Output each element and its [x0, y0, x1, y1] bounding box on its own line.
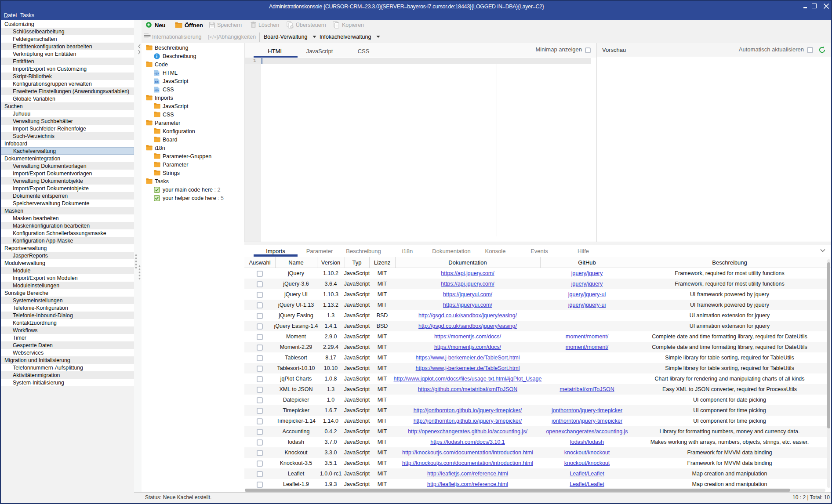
- svg-text:</>: </>: [155, 80, 159, 83]
- svg-text:</>: </>: [155, 88, 159, 91]
- svg-text:</>: </>: [155, 72, 159, 75]
